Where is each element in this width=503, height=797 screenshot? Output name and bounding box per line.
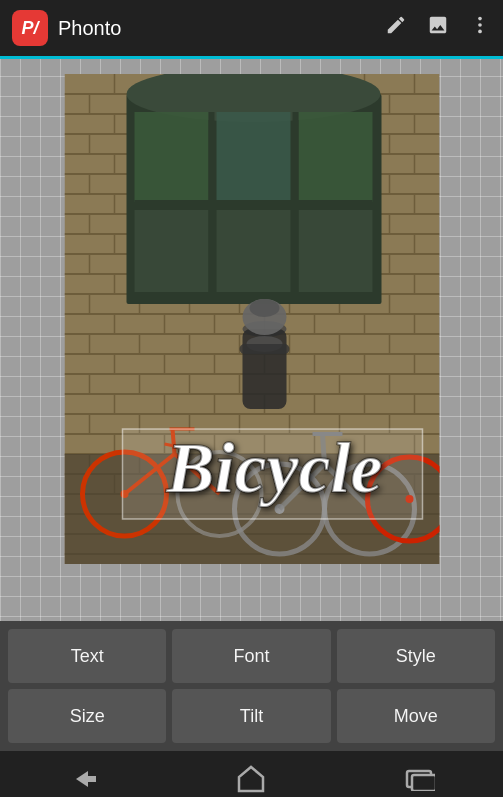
font-button[interactable]: Font: [172, 629, 330, 683]
svg-rect-213: [412, 775, 435, 791]
toolbar: Text Font Style Size Tilt Move: [0, 621, 503, 751]
svg-point-2: [478, 30, 482, 34]
top-bar-icons: [385, 14, 491, 42]
svg-rect-190: [249, 299, 279, 317]
svg-rect-192: [239, 344, 289, 354]
cyan-accent-line: [0, 56, 503, 59]
back-nav-icon[interactable]: [48, 759, 120, 797]
style-button[interactable]: Style: [337, 629, 495, 683]
svg-rect-180: [134, 210, 208, 292]
toolbar-row-2: Size Tilt Move: [8, 689, 495, 743]
pencil-icon[interactable]: [385, 14, 407, 42]
app-title: Phonto: [58, 17, 385, 40]
image-icon[interactable]: [427, 14, 449, 42]
svg-rect-178: [216, 112, 290, 202]
app-icon: P/: [12, 10, 48, 46]
photo-container: Bicycle: [64, 74, 439, 564]
size-button[interactable]: Size: [8, 689, 166, 743]
svg-point-0: [478, 17, 482, 21]
photo-svg: Bicycle: [64, 74, 439, 564]
svg-rect-185: [134, 200, 372, 206]
canvas-area[interactable]: Bicycle: [0, 56, 503, 621]
svg-rect-179: [298, 112, 372, 202]
toolbar-row-1: Text Font Style: [8, 629, 495, 683]
home-nav-icon[interactable]: [215, 757, 287, 797]
top-bar: P/ Phonto: [0, 0, 503, 56]
move-button[interactable]: Move: [337, 689, 495, 743]
app-icon-text: P/: [21, 18, 38, 39]
tilt-button[interactable]: Tilt: [172, 689, 330, 743]
svg-point-1: [478, 23, 482, 27]
text-button[interactable]: Text: [8, 629, 166, 683]
recents-nav-icon[interactable]: [383, 759, 455, 797]
svg-rect-177: [134, 112, 208, 202]
bottom-nav: [0, 751, 503, 797]
svg-text:Bicycle: Bicycle: [165, 428, 382, 508]
svg-rect-181: [216, 210, 290, 292]
more-icon[interactable]: [469, 14, 491, 42]
svg-rect-182: [298, 210, 372, 292]
